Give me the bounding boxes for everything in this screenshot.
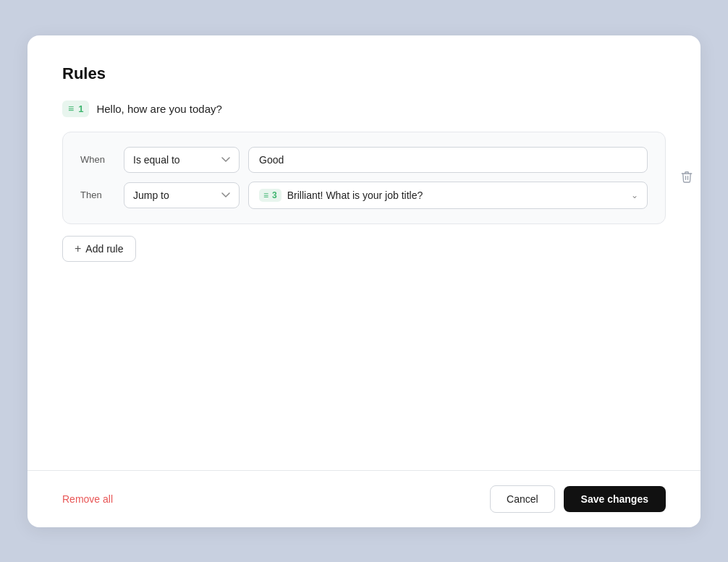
rule-badge-icon: ≡: [68, 103, 74, 114]
condition-select[interactable]: Is equal to Is not equal to Contains Sta…: [124, 147, 240, 173]
plus-icon: +: [75, 243, 81, 255]
save-changes-button[interactable]: Save changes: [564, 486, 666, 512]
then-row: Then Jump to End survey Skip question ≡ …: [80, 182, 648, 209]
rule-rows-container: When Is equal to Is not equal to Contain…: [62, 132, 666, 224]
condition-value-input[interactable]: [248, 147, 648, 173]
trash-icon: [680, 170, 693, 185]
rule-badge: ≡ 1: [62, 101, 89, 117]
when-row: When Is equal to Is not equal to Contain…: [80, 147, 648, 173]
delete-rule-button[interactable]: [676, 166, 698, 190]
target-badge-icon: ≡: [263, 190, 268, 200]
rule-badge-number: 1: [78, 103, 83, 114]
footer-actions: Cancel Save changes: [490, 485, 666, 513]
target-badge-number: 3: [272, 190, 277, 200]
modal-footer: Remove all Cancel Save changes: [27, 470, 701, 527]
target-text: Brilliant! What is your job title?: [287, 190, 621, 201]
when-label: When: [80, 154, 115, 165]
modal-body: Rules ≡ 1 Hello, how are you today? When…: [27, 35, 701, 470]
add-rule-label: Add rule: [85, 243, 123, 255]
cancel-button[interactable]: Cancel: [490, 485, 555, 513]
target-badge: ≡ 3: [259, 189, 282, 202]
remove-all-button[interactable]: Remove all: [62, 493, 113, 505]
jump-to-target-selector[interactable]: ≡ 3 Brilliant! What is your job title? ⌄: [248, 182, 648, 209]
rules-modal: Rules ≡ 1 Hello, how are you today? When…: [27, 35, 701, 527]
then-label: Then: [80, 190, 115, 200]
rule-header: ≡ 1 Hello, how are you today?: [62, 101, 666, 117]
rule-rows: When Is equal to Is not equal to Contain…: [62, 132, 666, 224]
add-rule-button[interactable]: + Add rule: [62, 236, 136, 262]
modal-title: Rules: [62, 64, 666, 83]
action-select[interactable]: Jump to End survey Skip question: [124, 182, 240, 208]
chevron-down-icon: ⌄: [631, 190, 638, 200]
rule-question: Hello, how are you today?: [96, 103, 221, 115]
